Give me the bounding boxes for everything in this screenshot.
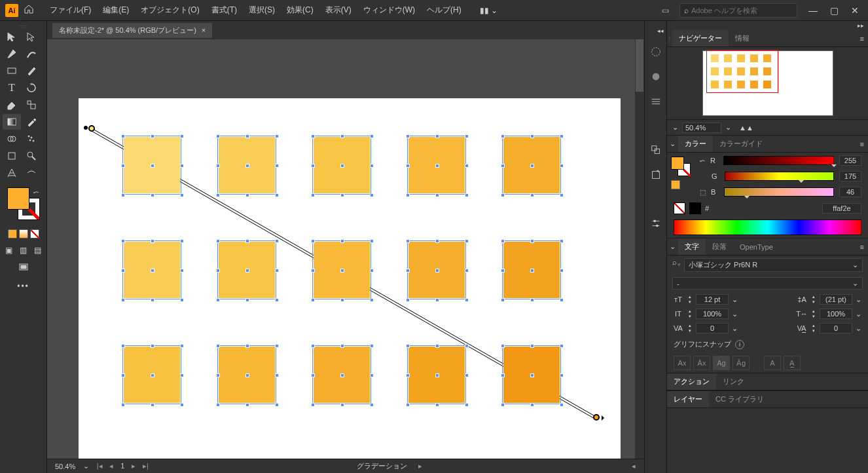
eyedropper-tool[interactable]	[22, 114, 41, 130]
font-search-icon[interactable]: ⌕⌄	[672, 258, 681, 272]
navigator-tab[interactable]: ナビゲーター	[672, 30, 729, 47]
selection-handle[interactable]	[180, 164, 184, 168]
layers-tab[interactable]: レイヤー	[667, 391, 709, 407]
close-button[interactable]: ✕	[847, 4, 863, 17]
gradient-end-stop[interactable]	[593, 414, 600, 421]
selection-handle[interactable]	[245, 403, 249, 407]
selection-handle[interactable]	[435, 239, 439, 243]
kern-up[interactable]: ▴	[685, 323, 695, 328]
size-down[interactable]: ▾	[685, 299, 695, 305]
help-search[interactable]: ⌕	[679, 3, 797, 18]
paintbrush-tool[interactable]	[22, 63, 41, 79]
track-down[interactable]: ▾	[809, 328, 818, 333]
scale-tool[interactable]	[22, 97, 41, 113]
selection-handle[interactable]	[501, 134, 505, 138]
selection-handle[interactable]	[530, 344, 534, 348]
selection-handle[interactable]	[245, 298, 249, 302]
selection-handle[interactable]	[275, 373, 279, 377]
selected-rectangle[interactable]	[407, 136, 466, 195]
selected-rectangle[interactable]	[312, 136, 371, 195]
selection-handle[interactable]	[311, 164, 315, 168]
selection-handle[interactable]	[216, 403, 220, 407]
selection-handle[interactable]	[180, 239, 184, 243]
selection-handle[interactable]	[370, 239, 374, 243]
glyph-btn-6[interactable]: A̲	[784, 356, 801, 370]
selection-handle[interactable]	[560, 134, 564, 138]
navigator-panel-menu-icon[interactable]: ≡	[860, 35, 864, 43]
center-point[interactable]	[340, 269, 344, 273]
draw-normal-icon[interactable]: ▣	[3, 242, 16, 258]
perspective-grid-tool[interactable]	[3, 165, 21, 181]
leading-up[interactable]: ▴	[809, 294, 818, 299]
selection-handle[interactable]	[311, 193, 315, 197]
selection-handle[interactable]	[435, 403, 439, 407]
selected-rectangle[interactable]	[312, 240, 371, 299]
gradient-start-stop[interactable]	[88, 125, 95, 132]
close-tab-icon[interactable]: ×	[202, 26, 206, 34]
selection-handle[interactable]	[560, 344, 564, 348]
selection-handle[interactable]	[465, 134, 469, 138]
menu-window[interactable]: ウィンドウ(W)	[358, 2, 420, 18]
selection-handle[interactable]	[121, 134, 125, 138]
menu-view[interactable]: 表示(V)	[320, 2, 357, 18]
selection-handle[interactable]	[216, 239, 220, 243]
gradient-end-cap[interactable]	[602, 415, 607, 421]
selection-handle[interactable]	[216, 373, 220, 377]
center-point[interactable]	[340, 164, 344, 168]
scroll-left-icon[interactable]: ◂	[628, 462, 639, 471]
selection-handle[interactable]	[465, 298, 469, 302]
selection-handle[interactable]	[180, 403, 184, 407]
actions-tab[interactable]: アクション	[667, 373, 716, 390]
menu-effect[interactable]: 効果(C)	[281, 2, 319, 18]
glyph-btn-1[interactable]: Ax	[674, 356, 691, 370]
selection-handle[interactable]	[151, 239, 154, 243]
selection-handle[interactable]	[560, 193, 564, 197]
zoom-dropdown-caret-icon[interactable]: ⌄	[83, 462, 89, 470]
center-point[interactable]	[245, 164, 249, 168]
glyph-btn-4[interactable]: Ȃg	[732, 356, 750, 370]
selection-handle[interactable]	[340, 239, 344, 243]
selected-rectangle[interactable]	[312, 345, 371, 404]
selection-handle[interactable]	[530, 403, 534, 407]
selection-handle[interactable]	[465, 403, 469, 407]
selection-handle[interactable]	[121, 239, 125, 243]
selection-handle[interactable]	[311, 239, 315, 243]
selection-handle[interactable]	[275, 269, 279, 273]
selection-handle[interactable]	[245, 344, 249, 348]
selection-handle[interactable]	[340, 344, 344, 348]
prev-artboard-icon[interactable]: ◂	[106, 462, 117, 471]
draw-behind-icon[interactable]: ▥	[17, 242, 30, 258]
selection-handle[interactable]	[501, 373, 505, 377]
swap-color-icon[interactable]: ⤺	[700, 157, 705, 164]
selection-handle[interactable]	[370, 373, 374, 377]
rectangle-tool[interactable]	[3, 63, 21, 79]
center-point[interactable]	[340, 373, 344, 377]
selection-handle[interactable]	[275, 193, 279, 197]
selection-handle[interactable]	[406, 269, 410, 273]
selection-handle[interactable]	[501, 239, 505, 243]
selection-handle[interactable]	[501, 164, 505, 168]
selection-handle[interactable]	[435, 298, 439, 302]
selection-handle[interactable]	[406, 164, 410, 168]
center-point[interactable]	[435, 373, 439, 377]
selection-tool[interactable]	[3, 29, 21, 45]
center-point[interactable]	[435, 269, 439, 273]
menu-object[interactable]: オブジェクト(O)	[136, 2, 204, 18]
selection-handle[interactable]	[151, 403, 154, 407]
maximize-button[interactable]: ▢	[826, 4, 842, 17]
hex-input[interactable]	[822, 203, 861, 214]
track-caret[interactable]: ⌄	[854, 322, 863, 334]
blend-tool[interactable]	[22, 165, 41, 181]
vscale-caret[interactable]: ⌄	[730, 308, 739, 320]
selection-handle[interactable]	[465, 164, 469, 168]
selection-handle[interactable]	[406, 298, 410, 302]
menu-select[interactable]: 選択(S)	[244, 2, 280, 18]
center-point[interactable]	[151, 269, 154, 273]
selection-handle[interactable]	[560, 164, 564, 168]
last-artboard-icon[interactable]: ▸|	[140, 462, 151, 471]
pen-tool[interactable]	[3, 46, 21, 62]
kern-down[interactable]: ▾	[685, 328, 695, 333]
menu-edit[interactable]: 編集(E)	[98, 2, 134, 18]
eraser-tool[interactable]	[3, 97, 21, 113]
screen-mode-icon[interactable]	[14, 259, 33, 275]
